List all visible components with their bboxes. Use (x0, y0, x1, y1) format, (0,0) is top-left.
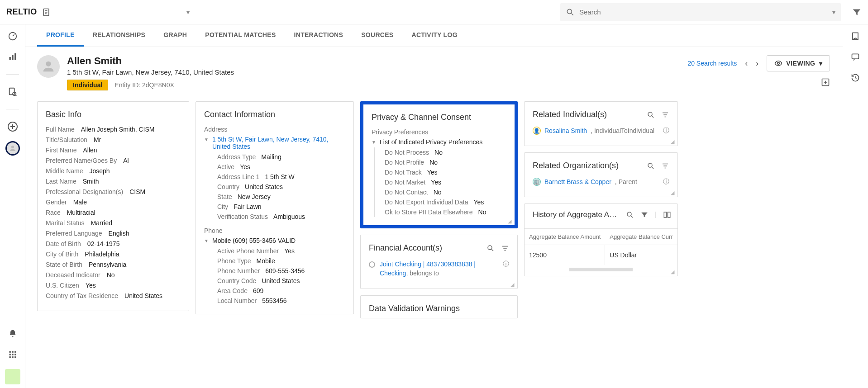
field-row: Do Not ProcessNo (385, 147, 506, 157)
history-icon[interactable] (849, 71, 862, 84)
card-title: History of Aggregate Acco... (533, 210, 619, 219)
green-tile[interactable] (5, 369, 20, 384)
resize-handle-icon[interactable]: ◢ (671, 190, 676, 195)
field-row: Preferred Name/Goes ByAl (46, 157, 181, 164)
search-doc-icon[interactable] (6, 85, 19, 98)
field-row: CityFair Lawn (217, 202, 345, 212)
plus-circle-icon[interactable] (6, 120, 19, 133)
global-search[interactable]: ▾ (560, 3, 841, 21)
prev-result-icon[interactable]: ‹ (745, 59, 748, 68)
user-avatar-small[interactable] (5, 141, 20, 156)
history-table: Aggregate Balance Amount 12500 Aggregate… (525, 228, 677, 265)
field-label: Address Type (217, 153, 256, 161)
related-org-suffix: , Parent (615, 178, 637, 185)
svg-rect-6 (9, 88, 14, 95)
svg-rect-10 (9, 351, 10, 353)
viewing-button[interactable]: VIEWING ▾ (767, 55, 830, 71)
field-label: Do Not Market (385, 179, 425, 186)
tab-interactions[interactable]: INTERACTIONS (285, 24, 353, 47)
card-title: Data Validation Warnings (369, 304, 509, 313)
card-title: Basic Info (46, 110, 181, 119)
field-label: Do Not Contact (385, 189, 428, 196)
next-result-icon[interactable]: › (756, 59, 758, 68)
expand-caret-icon[interactable]: ▼ (372, 138, 376, 145)
field-value: Yes (473, 199, 484, 206)
search-results-link[interactable]: 20 Search results (687, 60, 737, 67)
chat-icon[interactable] (849, 51, 862, 63)
field-label: Preferred Language (46, 230, 102, 237)
field-row: Do Not TrackYes (385, 167, 506, 177)
tab-potential-matches[interactable]: POTENTIAL MATCHES (196, 24, 285, 47)
tab-profile[interactable]: PROFILE (37, 24, 84, 47)
svg-rect-29 (852, 54, 859, 59)
search-input[interactable] (579, 8, 828, 16)
card-title: Related Individual(s) (533, 110, 607, 119)
field-value: Male (73, 199, 87, 206)
tab-graph[interactable]: GRAPH (154, 24, 196, 47)
field-row: CountryUnited States (217, 182, 345, 192)
field-label: Date of Birth (46, 240, 81, 247)
field-value: Yes (284, 247, 295, 255)
field-label: Title/Salutation (46, 136, 87, 143)
tab-activity-log[interactable]: ACTIVITY LOG (402, 24, 466, 47)
filter-list-icon[interactable] (501, 244, 509, 252)
tab-sources[interactable]: SOURCES (352, 24, 402, 47)
resize-handle-icon[interactable]: ◢ (510, 282, 516, 287)
add-panel-icon[interactable] (821, 78, 830, 87)
field-label: Do Not Track (385, 169, 422, 176)
horizontal-scrollbar[interactable] (569, 268, 633, 271)
apps-grid-icon[interactable] (6, 348, 19, 361)
resize-handle-icon[interactable]: ◢ (671, 269, 676, 274)
related-individual-link[interactable]: Rosalina Smith (544, 127, 587, 134)
field-value: Yes (240, 163, 250, 170)
related-org-link[interactable]: Barnett Brass & Copper (544, 178, 611, 185)
info-icon[interactable]: ⓘ (663, 178, 669, 186)
address-link[interactable]: 1 5th St W, Fair Lawn, New Jersey, 7410,… (212, 136, 345, 150)
dropdown-caret-icon[interactable]: ▾ (186, 9, 190, 16)
search-dropdown-icon[interactable]: ▾ (832, 9, 835, 16)
related-individual-suffix: , IndividualToIndividual (591, 127, 654, 134)
related-organizations-card: Related Organization(s) 🏢 Barnett Brass … (524, 152, 678, 197)
phone-section-label: Phone (204, 227, 345, 234)
search-icon[interactable] (486, 244, 495, 252)
svg-point-19 (46, 62, 51, 66)
search-icon[interactable] (626, 211, 634, 219)
field-row: Preferred LanguageEnglish (46, 230, 181, 237)
filter-icon[interactable] (852, 7, 862, 17)
filter-list-icon[interactable] (661, 162, 669, 170)
expand-caret-icon[interactable]: ▼ (204, 237, 209, 243)
field-label: Active (217, 163, 234, 170)
field-value: Allen (83, 147, 97, 154)
search-icon[interactable] (647, 111, 655, 119)
resize-handle-icon[interactable]: ◢ (671, 139, 676, 144)
field-row: Address TypeMailing (217, 152, 345, 162)
phone-link[interactable]: Mobile (609) 555-3456 VALID (212, 237, 296, 244)
profile-avatar (37, 55, 60, 78)
field-label: Country (217, 183, 239, 190)
table-header: Aggregate Balance Curr (605, 229, 677, 245)
table-cell: US Dollar (605, 245, 677, 265)
clipboard-icon[interactable] (42, 8, 51, 17)
resize-handle-icon[interactable]: ◢ (508, 218, 513, 224)
speedometer-icon[interactable] (6, 30, 19, 43)
field-value: 1 5th St W (265, 173, 294, 180)
field-value: Yes (86, 282, 96, 289)
field-label: Ok to Store PII Data Elsewhere (385, 208, 473, 216)
tab-relationships[interactable]: RELATIONSHIPS (84, 24, 154, 47)
search-icon[interactable] (647, 162, 655, 170)
field-label: Professional Designation(s) (46, 188, 123, 195)
field-row: U.S. CitizenYes (46, 282, 181, 289)
field-value: Pennsylvania (89, 261, 126, 268)
columns-icon[interactable] (663, 211, 671, 219)
entity-type-badge: Individual (67, 80, 108, 90)
bell-icon[interactable] (6, 327, 19, 340)
expand-caret-icon[interactable]: ▼ (204, 136, 209, 142)
info-icon[interactable]: ⓘ (663, 127, 669, 135)
field-value: English (109, 230, 129, 237)
bar-chart-icon[interactable] (6, 51, 19, 63)
bookmark-icon[interactable] (849, 30, 862, 43)
filter-list-icon[interactable] (661, 111, 669, 119)
entity-id: Entity ID: 2dQE8N0X (114, 81, 174, 89)
info-icon[interactable]: ⓘ (503, 260, 509, 268)
funnel-filter-icon[interactable] (640, 211, 649, 219)
